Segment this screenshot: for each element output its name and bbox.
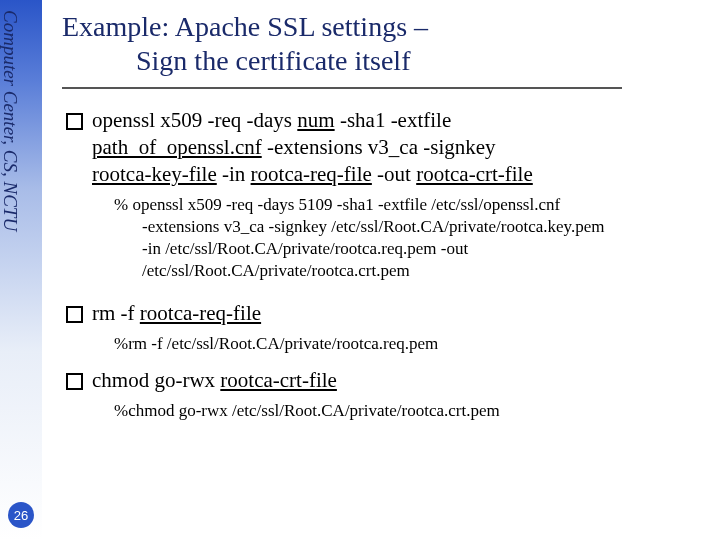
slide-title: Example: Apache SSL settings – Sign the … — [62, 10, 702, 83]
cmd-line: -extensions v3_ca -signkey /etc/ssl/Root… — [114, 216, 702, 238]
placeholder-num: num — [297, 108, 334, 132]
bullet-1: openssl x509 -req -days num -sha1 -extfi… — [62, 107, 702, 188]
text: rm -f — [92, 301, 140, 325]
sidebar: Computer Center, CS, NCTU 26 — [0, 0, 42, 540]
slide-content: Example: Apache SSL settings – Sign the … — [62, 10, 702, 434]
sidebar-label: Computer Center, CS, NCTU — [0, 10, 21, 231]
text: -out — [372, 162, 416, 186]
title-underline — [62, 87, 622, 89]
sub-1: % openssl x509 -req -days 5109 -sha1 -ex… — [62, 194, 702, 282]
title-line-1: Example: Apache SSL settings – — [62, 11, 428, 42]
placeholder-req-file: rootca-req-file — [251, 162, 372, 186]
cmd-line: /etc/ssl/Root.CA/private/rootca.crt.pem — [114, 260, 702, 282]
bullet-block-2: rm -f rootca-req-file %rm -f /etc/ssl/Ro… — [62, 300, 702, 355]
bullet-3: chmod go-rwx rootca-crt-file — [62, 367, 702, 394]
cmd-line: -in /etc/ssl/Root.CA/private/rootca.req.… — [114, 238, 702, 260]
bullet-block-3: chmod go-rwx rootca-crt-file %chmod go-r… — [62, 367, 702, 422]
title-line-2: Sign the certificate itself — [62, 45, 410, 76]
text: -in — [217, 162, 251, 186]
bullet-2: rm -f rootca-req-file — [62, 300, 702, 327]
text: -sha1 -extfile — [335, 108, 452, 132]
placeholder-req-file: rootca-req-file — [140, 301, 261, 325]
cmd-line: % openssl x509 -req -days 5109 -sha1 -ex… — [114, 195, 560, 214]
cmd-line: %chmod go-rwx /etc/ssl/Root.CA/private/r… — [114, 401, 500, 420]
placeholder-cnf-path: path_of_openssl.cnf — [92, 135, 262, 159]
placeholder-crt-file: rootca-crt-file — [416, 162, 533, 186]
text: openssl x509 -req -days — [92, 108, 297, 132]
placeholder-key-file: rootca-key-file — [92, 162, 217, 186]
sub-2: %rm -f /etc/ssl/Root.CA/private/rootca.r… — [62, 333, 702, 355]
sub-3: %chmod go-rwx /etc/ssl/Root.CA/private/r… — [62, 400, 702, 422]
page-number-badge: 26 — [8, 502, 34, 528]
text: chmod go-rwx — [92, 368, 220, 392]
placeholder-crt-file: rootca-crt-file — [220, 368, 337, 392]
bullet-block-1: openssl x509 -req -days num -sha1 -extfi… — [62, 107, 702, 282]
text: -extensions v3_ca -signkey — [262, 135, 496, 159]
cmd-line: %rm -f /etc/ssl/Root.CA/private/rootca.r… — [114, 334, 438, 353]
